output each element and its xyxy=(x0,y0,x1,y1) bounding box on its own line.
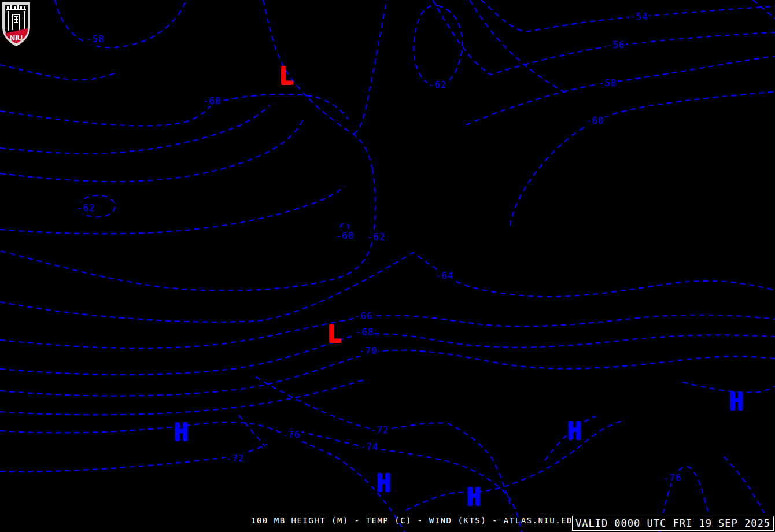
contour-value-label: -60 xyxy=(202,95,222,106)
high-center-marker: H xyxy=(729,390,744,414)
high-center-marker: H xyxy=(467,485,481,509)
map-annotation-layer: -58-60-62-54-56-58-60-62-60-62-64-66-68-… xyxy=(0,0,775,532)
contour-value-label: -56 xyxy=(606,39,626,50)
map-caption: 100 MB HEIGHT (M) - TEMP (C) - WIND (KTS… xyxy=(251,516,578,525)
weather-map: -58-60-62-54-56-58-60-62-60-62-64-66-68-… xyxy=(0,0,775,532)
contour-value-label: -64 xyxy=(435,270,455,281)
high-center-marker: H xyxy=(567,419,582,444)
high-center-marker: H xyxy=(377,471,391,496)
contour-value-label: -60 xyxy=(335,230,355,241)
valid-time-badge: VALID 0000 UTC FRI 19 SEP 2025 xyxy=(572,516,774,531)
contour-value-label: -68 xyxy=(355,327,375,338)
contour-value-label: -74 xyxy=(360,441,379,452)
contour-value-label: -62 xyxy=(428,79,448,90)
contour-value-label: -70 xyxy=(359,345,378,356)
high-center-marker: H xyxy=(174,420,189,445)
contour-value-label: -60 xyxy=(585,115,605,126)
contour-value-label: -62 xyxy=(367,231,386,242)
contour-value-label: -58 xyxy=(598,77,618,88)
low-center-marker: L xyxy=(327,322,341,346)
contour-value-label: -76 xyxy=(282,429,301,440)
contour-value-label: -58 xyxy=(86,34,105,45)
logo-text: NIU xyxy=(10,34,23,42)
contour-value-label: -72 xyxy=(370,424,390,435)
contour-value-label: -76 xyxy=(663,472,682,483)
contour-value-label: -62 xyxy=(76,202,96,213)
contour-value-label: -72 xyxy=(226,453,245,464)
low-center-marker: L xyxy=(279,64,293,88)
contour-value-label: -54 xyxy=(629,11,649,22)
niu-logo: NIU xyxy=(1,1,31,47)
contour-value-label: -66 xyxy=(354,311,374,322)
